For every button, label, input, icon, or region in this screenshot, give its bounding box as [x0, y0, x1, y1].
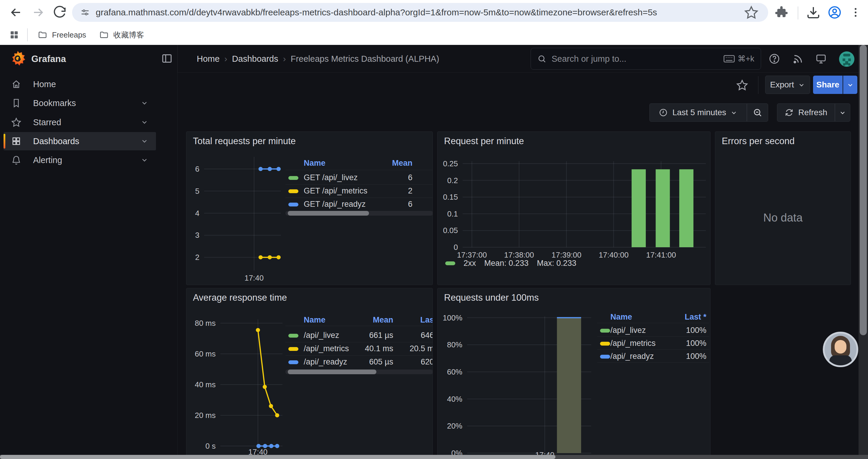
reload-icon[interactable]: [53, 5, 67, 20]
series-swatch: [288, 203, 299, 206]
svg-text:0.25: 0.25: [443, 159, 458, 168]
tune-icon[interactable]: [80, 8, 90, 17]
download-icon[interactable]: [806, 5, 820, 20]
series-stat: Max: 0.233: [537, 259, 577, 268]
svg-text:17:40: 17:40: [244, 273, 264, 282]
legend-row[interactable]: /api/_metrics40.1 ms20.5 m: [285, 342, 433, 355]
panel-title[interactable]: Request per minute: [444, 136, 524, 146]
svg-text:17:41:00: 17:41:00: [646, 251, 676, 259]
legend-scrollbar-thumb[interactable]: [288, 369, 376, 374]
time-range-button[interactable]: Last 5 minutes: [649, 103, 747, 122]
user-avatar[interactable]: [839, 52, 855, 67]
legend-separator: [285, 326, 433, 326]
breadcrumb-home[interactable]: Home: [197, 54, 219, 64]
legend-scrollbar-thumb[interactable]: [288, 211, 369, 216]
horizontal-scrollbar-thumb[interactable]: [0, 455, 555, 459]
legend-row[interactable]: GET /api/_livez6: [285, 171, 433, 184]
no-data-message: No data: [715, 211, 850, 224]
legend-row[interactable]: GET /api/_readyz6: [285, 198, 433, 211]
help-icon[interactable]: [769, 53, 780, 64]
star-outline-icon[interactable]: [736, 79, 748, 91]
series-value: 646: [421, 331, 433, 340]
svg-text:2: 2: [195, 253, 199, 262]
extensions-icon[interactable]: [774, 5, 788, 20]
chevron-down-icon[interactable]: [141, 137, 148, 145]
series-GET /api/_readyz: [258, 167, 281, 171]
legend-col-value[interactable]: Mean: [373, 316, 393, 325]
avg-response-time-chart[interactable]: 17:400 s20 ms40 ms60 ms80 ms: [189, 309, 287, 459]
back-icon[interactable]: [9, 5, 23, 20]
chevron-down-icon[interactable]: [141, 156, 148, 164]
legend-separator: [597, 323, 709, 323]
apps-grid-icon[interactable]: [9, 30, 20, 40]
panel-title[interactable]: Total requests per minute: [193, 136, 296, 146]
bookmark-star-icon[interactable]: [744, 5, 758, 20]
sidebar-item-bookmarks[interactable]: Bookmarks: [4, 94, 156, 112]
legend-row[interactable]: GET /api/_metrics2: [285, 184, 433, 198]
url-bar[interactable]: grafana.mathmast.com/d/deytv4rwavabkb/fr…: [72, 3, 768, 22]
series-/api/_readyz: [557, 318, 581, 453]
panel-title[interactable]: Average response time: [193, 292, 287, 303]
panel-title[interactable]: Requests under 100ms: [444, 292, 539, 303]
vertical-scrollbar[interactable]: [859, 45, 868, 459]
svg-text:20%: 20%: [447, 422, 462, 430]
search-input[interactable]: Search or jump to... ⌘+k: [531, 48, 761, 70]
chevron-down-icon[interactable]: [141, 99, 148, 107]
svg-text:0.05: 0.05: [443, 226, 458, 235]
series-name: /api/_livez: [610, 326, 646, 335]
legend-col-value[interactable]: Last *: [685, 313, 706, 322]
refresh-interval-button[interactable]: [835, 103, 850, 122]
sidebar-toggle-icon[interactable]: [161, 53, 173, 64]
series-value: 620: [421, 357, 433, 366]
legend-col-value[interactable]: Mean: [392, 159, 412, 168]
legend-col-name[interactable]: Name: [304, 316, 326, 325]
refresh-button[interactable]: Refresh: [777, 103, 835, 122]
legend-row[interactable]: /api/_readyz100%: [597, 350, 709, 363]
legend-col-value[interactable]: Las: [420, 316, 433, 325]
sidebar-item-dashboards[interactable]: Dashboards: [4, 132, 156, 150]
kebab-menu-icon[interactable]: [850, 5, 862, 20]
legend-scrollbar[interactable]: [285, 369, 433, 374]
monitor-icon[interactable]: [815, 53, 827, 64]
zoom-out-button[interactable]: [747, 103, 768, 122]
brand-name: Grafana: [31, 54, 66, 64]
panel-title[interactable]: Errors per second: [722, 136, 795, 146]
share-dropdown-button[interactable]: [843, 76, 857, 94]
bookmark-folder-blogs[interactable]: 收藏博客: [99, 30, 144, 40]
nav-divider: [177, 45, 178, 72]
floating-assistant-avatar[interactable]: [823, 332, 858, 367]
export-button[interactable]: Export: [765, 76, 810, 94]
legend-row[interactable]: /api/_livez661 µs646: [285, 329, 433, 342]
vertical-scrollbar-thumb[interactable]: [860, 45, 867, 335]
horizontal-scrollbar[interactable]: [0, 455, 868, 459]
rss-icon[interactable]: [792, 53, 803, 64]
legend-row[interactable]: /api/_readyz605 µs620: [285, 355, 433, 369]
bookmark-folder-freeleaps[interactable]: Freeleaps: [38, 30, 86, 40]
breadcrumb-chevron-icon: ›: [278, 54, 291, 64]
legend-col-name[interactable]: Name: [610, 313, 632, 322]
legend-col-name[interactable]: Name: [304, 159, 326, 168]
share-button[interactable]: Share: [813, 76, 843, 94]
grafana-logo[interactable]: [9, 50, 26, 67]
legend-row[interactable]: /api/_livez100%: [597, 324, 709, 337]
series-name: 2xx: [464, 259, 476, 268]
series-name: /api/_readyz: [304, 357, 347, 366]
panel-under-100ms: Requests under 100ms 17:400%20%40%60%80%…: [437, 288, 711, 459]
series-value: 661 µs: [369, 331, 393, 340]
sidebar-item-home[interactable]: Home: [4, 75, 156, 93]
sidebar-item-alerting[interactable]: Alerting: [4, 151, 156, 169]
profile-icon[interactable]: [828, 5, 842, 20]
requests-per-minute-legend[interactable]: 2xxMean: 0.233Max: 0.233: [445, 259, 577, 268]
chevron-down-icon[interactable]: [141, 119, 148, 126]
keyboard-shortcut-icon: [723, 55, 735, 63]
total-requests-chart[interactable]: 17:4023456: [189, 153, 287, 285]
forward-icon[interactable]: [31, 5, 45, 20]
series-stat: Mean: 0.233: [484, 259, 529, 268]
zoom-out-icon: [753, 108, 762, 117]
legend-row[interactable]: /api/_metrics100%: [597, 337, 709, 350]
legend-scrollbar[interactable]: [285, 211, 433, 216]
svg-text:6: 6: [195, 165, 199, 173]
breadcrumb-dashboards[interactable]: Dashboards: [232, 54, 278, 64]
series-value: 100%: [686, 339, 706, 348]
sidebar-item-starred[interactable]: Starred: [4, 113, 156, 131]
